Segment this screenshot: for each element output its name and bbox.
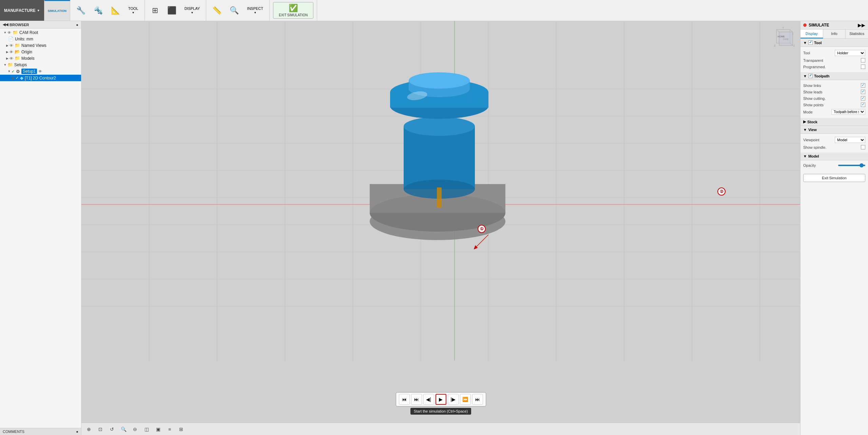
tab-display[interactable]: Display <box>801 30 823 38</box>
simulate-title: SIMULATE <box>803 23 829 28</box>
show-links-row: Show links <box>803 82 865 89</box>
playback-to-end-btn[interactable]: ⏭ <box>472 394 483 405</box>
tab-info[interactable]: Info <box>823 30 846 38</box>
inspect-btn-2[interactable]: 🔍 <box>227 5 242 16</box>
bottom-tool-2[interactable]: ⊡ <box>96 424 105 434</box>
show-leads-checkbox[interactable] <box>861 90 865 94</box>
setups-label: Setups <box>14 62 27 67</box>
toolpath-section-header[interactable]: ▼ Toolpath <box>801 72 868 80</box>
browser-back-icon[interactable]: ◀◀ <box>3 22 8 27</box>
simulate-title-label: SIMULATE <box>809 23 829 28</box>
model-section-header[interactable]: ▼ Model <box>801 152 868 160</box>
opacity-slider-thumb[interactable] <box>860 163 864 167</box>
view-section-chevron: ▼ <box>803 128 807 132</box>
transparent-checkbox[interactable] <box>861 58 865 62</box>
tool-visible-checkbox[interactable] <box>808 40 813 45</box>
toolpath-section-content: Show links Show leads Show cutting. Show… <box>801 80 868 118</box>
tree-named-views[interactable]: ▶ 👁 📁 Named Views <box>0 42 81 49</box>
annotation-2: ② <box>717 187 726 196</box>
bottom-tool-8[interactable]: ≡ <box>165 424 174 434</box>
bottom-tool-7[interactable]: ▣ <box>153 424 163 434</box>
tree-units[interactable]: 📄 Units: mm <box>0 36 81 42</box>
bottom-tool-3[interactable]: ↺ <box>107 424 117 434</box>
playback-to-start-btn[interactable]: ⏮ <box>399 394 410 405</box>
browser-tree: ▼ 👁 📁 CAM Root 📄 Units: mm ▶ 👁 📁 Named V… <box>0 29 81 428</box>
comments-label: COMMENTS <box>3 430 24 434</box>
tool-dropdown-btn[interactable]: TOOL ▼ <box>126 5 141 16</box>
right-panel: SIMULATE ▶▶ Display Info Statistics ▼ To… <box>800 21 868 435</box>
display-dropdown-btn[interactable]: DISPLAY ▼ <box>182 5 203 16</box>
origin-arrow: ▶ <box>5 50 9 54</box>
operation-label: [T1] 2D Contour2 <box>25 76 56 80</box>
tree-setup1[interactable]: ▼ ✓ ⚙ Setup1 👁 <box>0 68 81 75</box>
bottom-tool-4[interactable]: 🔍 <box>119 424 128 434</box>
show-spindle-row: Show spindle. <box>803 144 865 150</box>
mode-select[interactable]: Toolpath before s... <box>831 109 865 115</box>
model-section-chevron: ▼ <box>803 154 807 158</box>
playback-next-btn[interactable]: ⏩ <box>460 394 471 405</box>
display-btn-2[interactable]: ⬛ <box>165 5 179 16</box>
display-btn-1[interactable]: ⊞ <box>148 5 162 16</box>
tool-section: 🔧 🔩 📐 TOOL ▼ <box>70 0 145 21</box>
svg-rect-37 <box>437 187 442 208</box>
svg-text:Y: Y <box>782 26 784 29</box>
viewpoint-select[interactable]: Model <box>835 137 865 143</box>
tool-prop-row: Tool Holder <box>803 49 865 57</box>
tree-cam-root[interactable]: ▼ 👁 📁 CAM Root <box>0 29 81 36</box>
units-label: Units: mm <box>15 37 33 41</box>
exit-simulation-btn[interactable]: ✅ EXIT SIMULATION <box>273 2 313 19</box>
exit-simulation-section: ✅ EXIT SIMULATION <box>270 0 317 21</box>
transparent-prop-row: Transparent <box>803 57 865 64</box>
opacity-slider-bar[interactable] <box>838 165 865 166</box>
bottom-tool-9[interactable]: ⊞ <box>176 424 186 434</box>
playback-step-fwd-btn[interactable]: |▶ <box>448 394 459 405</box>
tree-operation[interactable]: ▶ ✓ ◆ [T1] 2D Contour2 <box>0 75 81 81</box>
named-views-eye-icon: 👁 <box>9 43 13 48</box>
tab-statistics[interactable]: Statistics <box>846 30 868 38</box>
show-links-checkbox[interactable] <box>861 83 865 88</box>
programmed-checkbox[interactable] <box>861 65 865 69</box>
tree-models[interactable]: ▶ 👁 📁 Models <box>0 55 81 61</box>
simulate-header: SIMULATE ▶▶ <box>801 21 868 30</box>
show-spindle-checkbox[interactable] <box>861 145 865 149</box>
exit-simulation-panel-btn[interactable]: Exit Simulation <box>803 174 865 182</box>
playback-prev-btn[interactable]: ⏭ <box>411 394 422 405</box>
setup1-visible-icon: 👁 <box>38 69 42 73</box>
origin-label: Origin <box>21 50 32 54</box>
toolpath-visible-checkbox[interactable] <box>808 74 813 78</box>
inspect-btn-1[interactable]: 📏 <box>210 5 224 16</box>
show-cutting-label: Show cutting. <box>803 96 861 101</box>
bottom-tool-5[interactable]: ⊖ <box>130 424 140 434</box>
models-arrow: ▶ <box>5 57 9 60</box>
opacity-slider-container <box>838 165 865 166</box>
inspect-section: 📏 🔍 INSPECT ▼ <box>206 0 270 21</box>
browser-options-icon[interactable]: ● <box>76 23 78 27</box>
tool-holder-select[interactable]: Holder <box>835 50 865 56</box>
simulation-tab[interactable]: SIMULATION <box>44 0 70 21</box>
svg-point-35 <box>409 72 470 89</box>
named-views-folder-icon: 📁 <box>15 43 20 48</box>
inspect-dropdown-btn[interactable]: INSPECT ▼ <box>244 5 266 16</box>
cam-root-eye-icon: 👁 <box>7 31 11 35</box>
annotation-2-circle: ② <box>717 187 726 196</box>
show-cutting-checkbox[interactable] <box>861 96 865 101</box>
show-points-checkbox[interactable] <box>861 103 865 107</box>
manufacture-menu[interactable]: MANUFACTURE ▼ <box>0 0 44 21</box>
tool-btn-1[interactable]: 🔧 <box>74 5 88 16</box>
bottom-tool-1[interactable]: ⊕ <box>84 424 94 434</box>
simulate-expand-icon[interactable]: ▶▶ <box>858 22 865 28</box>
playback-play-btn[interactable]: ▶ <box>436 394 446 405</box>
tree-setups[interactable]: ▼ 📁 Setups <box>0 61 81 68</box>
model-section-content: Opacity <box>801 160 868 170</box>
tree-origin[interactable]: ▶ 👁 📂 Origin <box>0 49 81 55</box>
bottom-tool-6[interactable]: ◫ <box>142 424 151 434</box>
tool-btn-2[interactable]: 🔩 <box>91 5 105 16</box>
comments-expand-icon[interactable]: ● <box>76 430 78 434</box>
playback-step-back-btn[interactable]: ◀| <box>423 394 434 405</box>
tool-btn-3[interactable]: 📐 <box>108 5 123 16</box>
view-section-header[interactable]: ▼ View <box>801 126 868 134</box>
viewport[interactable]: Y X Z Z HOME SIDE ① <box>81 21 800 435</box>
tool-section-header[interactable]: ▼ Tool <box>801 39 868 47</box>
grid-canvas <box>81 21 800 435</box>
stock-section-header[interactable]: ▶ Stock <box>801 118 868 126</box>
